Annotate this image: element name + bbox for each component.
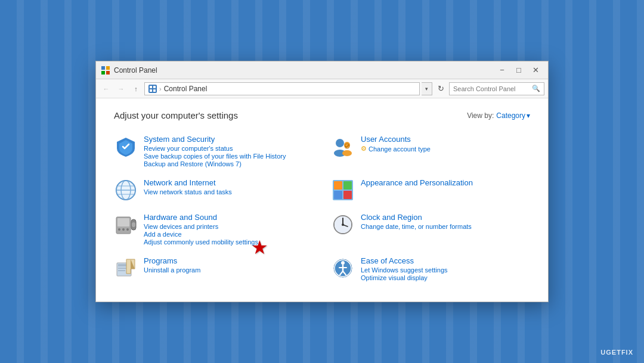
close-button[interactable]: ✕ (528, 64, 543, 76)
up-button[interactable]: ↑ (129, 82, 143, 95)
hardware-sound-link-2[interactable]: Adjust commonly used mobility settings (144, 238, 313, 246)
watermark: UGETFIX (600, 349, 633, 356)
svg-rect-30 (132, 222, 135, 227)
network-links: View network status and tasks (144, 188, 313, 196)
svg-point-8 (336, 139, 344, 147)
content-header: Adjust your computer's settings View by:… (114, 110, 530, 120)
system-security-icon (114, 135, 138, 159)
clock-region-links: Change date, time, or number formats (361, 223, 530, 230)
path-separator: › (159, 85, 162, 92)
hardware-sound-title[interactable]: Hardware and Sound (144, 213, 313, 222)
page-title: Adjust your computer's settings (114, 110, 238, 120)
ease-of-access-link-0[interactable]: Let Windows suggest settings (361, 266, 530, 274)
path-text: Control Panel (164, 85, 208, 93)
window-icon (101, 66, 110, 75)
svg-point-18 (116, 181, 135, 200)
user-accounts-icon (331, 135, 355, 159)
hardware-sound-links: View devices and printers Add a device A… (144, 223, 313, 246)
category-ease-of-access: Ease of Access Let Windows suggest setti… (331, 254, 530, 284)
category-appearance: Appearance and Personalization (331, 176, 530, 204)
user-accounts-link-0[interactable]: Change account type (369, 145, 431, 153)
refresh-button[interactable]: ↻ (434, 82, 447, 95)
clock-region-icon (331, 213, 355, 237)
hardware-sound-link-0[interactable]: View devices and printers (144, 223, 313, 230)
svg-rect-2 (101, 71, 105, 75)
address-bar: ← → ↑ › Control Panel ▾ ↻ 🔍 (96, 79, 548, 98)
system-security-text: System and Security Review your computer… (144, 135, 313, 167)
network-link-0[interactable]: View network status and tasks (144, 188, 313, 196)
svg-point-27 (122, 228, 125, 231)
ease-of-access-icon (331, 256, 355, 280)
ease-of-access-links: Let Windows suggest settings Optimize vi… (361, 266, 530, 281)
svg-rect-23 (343, 191, 352, 199)
category-programs: Programs Uninstall a program (114, 254, 313, 284)
title-bar: Control Panel − □ ✕ (96, 61, 548, 79)
appearance-text: Appearance and Personalization (361, 178, 530, 188)
viewby-value[interactable]: Category ▾ (496, 111, 530, 120)
svg-rect-22 (334, 191, 342, 199)
minimize-button[interactable]: − (494, 64, 510, 76)
user-accounts-title[interactable]: User Accounts (361, 135, 530, 144)
svg-point-28 (126, 228, 129, 231)
ease-of-access-text: Ease of Access Let Windows suggest setti… (361, 256, 530, 281)
forward-button[interactable]: → (114, 82, 128, 95)
view-by: View by: Category ▾ (467, 111, 530, 120)
svg-rect-4 (150, 86, 152, 88)
maximize-button[interactable]: □ (511, 64, 527, 76)
viewby-label: View by: (467, 111, 494, 120)
categories-grid: System and Security Review your computer… (114, 132, 530, 284)
system-security-link-0[interactable]: Review your computer's status (144, 145, 313, 152)
svg-rect-6 (150, 89, 152, 92)
search-icon: 🔍 (532, 85, 540, 92)
system-security-link-1[interactable]: Save backup copies of your files with Fi… (144, 153, 313, 160)
system-security-title[interactable]: System and Security (144, 135, 313, 144)
appearance-icon (331, 178, 355, 202)
control-panel-window: Control Panel − □ ✕ ← → ↑ › Control Pane… (95, 61, 549, 302)
svg-rect-7 (153, 89, 156, 92)
hardware-sound-text: Hardware and Sound View devices and prin… (144, 213, 313, 246)
ease-of-access-link-1[interactable]: Optimize visual display (361, 274, 530, 281)
window-controls: − □ ✕ (494, 64, 543, 76)
programs-title[interactable]: Programs (144, 256, 313, 265)
svg-point-42 (341, 261, 345, 265)
svg-point-11 (342, 150, 352, 156)
category-hardware-sound: Hardware and Sound View devices and prin… (114, 210, 313, 248)
system-security-links: Review your computer's status Save backu… (144, 145, 313, 167)
search-input[interactable] (453, 85, 532, 92)
svg-rect-5 (153, 86, 156, 88)
user-accounts-text: User Accounts ⚙ Change account type (361, 135, 530, 153)
programs-text: Programs Uninstall a program (144, 256, 313, 274)
programs-links: Uninstall a program (144, 266, 313, 274)
back-button[interactable]: ← (100, 82, 113, 95)
address-path[interactable]: › Control Panel (144, 82, 420, 95)
clock-region-link-0[interactable]: Change date, time, or number formats (361, 223, 530, 230)
ease-of-access-title[interactable]: Ease of Access (361, 256, 530, 265)
user-accounts-links: ⚙ Change account type (361, 145, 530, 153)
category-network: Network and Internet View network status… (114, 176, 313, 204)
svg-point-26 (118, 228, 120, 231)
svg-rect-21 (343, 181, 352, 190)
svg-rect-3 (106, 71, 110, 75)
svg-rect-20 (334, 181, 342, 190)
window-title: Control Panel (114, 66, 494, 75)
hardware-sound-link-1[interactable]: Add a device (144, 231, 313, 238)
svg-point-35 (342, 224, 344, 226)
svg-rect-25 (117, 218, 129, 227)
category-system-security: System and Security Review your computer… (114, 132, 313, 170)
network-title[interactable]: Network and Internet (144, 178, 313, 187)
network-icon (114, 178, 138, 202)
network-text: Network and Internet View network status… (144, 178, 313, 196)
system-security-link-2[interactable]: Backup and Restore (Windows 7) (144, 160, 313, 167)
svg-rect-1 (106, 66, 110, 70)
path-icon (148, 85, 157, 93)
address-dropdown[interactable]: ▾ (422, 82, 432, 95)
programs-icon (114, 256, 138, 280)
hardware-sound-icon (114, 213, 138, 237)
programs-link-0[interactable]: Uninstall a program (144, 266, 313, 274)
search-box[interactable]: 🔍 (449, 82, 544, 95)
clock-region-title[interactable]: Clock and Region (361, 213, 530, 222)
appearance-title[interactable]: Appearance and Personalization (361, 178, 530, 187)
svg-rect-39 (118, 270, 125, 271)
svg-rect-0 (101, 66, 105, 70)
category-user-accounts: User Accounts ⚙ Change account type (331, 132, 530, 170)
